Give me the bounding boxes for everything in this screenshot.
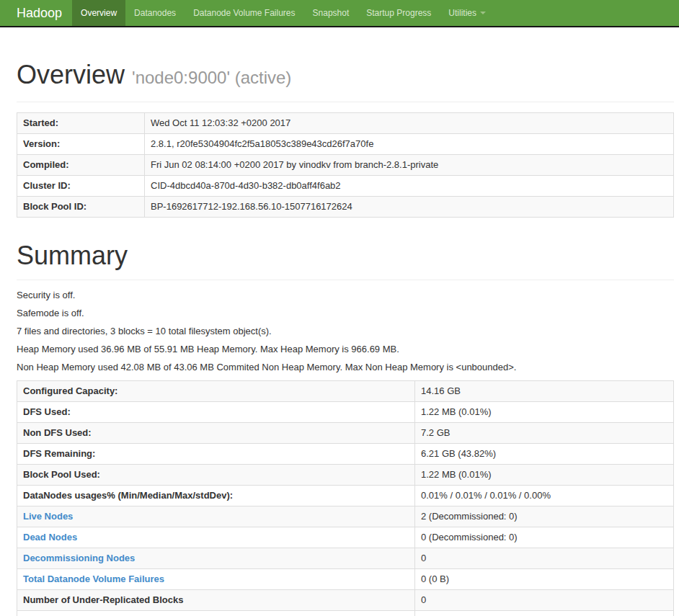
table-row: Compiled: Fri Jun 02 08:14:00 +0200 2017… <box>17 155 674 176</box>
live-nodes-link[interactable]: Live Nodes <box>23 511 73 522</box>
summary-title: Summary <box>17 241 674 270</box>
summary-non-heap-memory: Non Heap Memory used 42.08 MB of 43.06 M… <box>17 362 674 372</box>
table-row: Block Pool ID: BP-1692617712-192.168.56.… <box>17 197 674 218</box>
table-row: Non DFS Used: 7.2 GB <box>17 423 674 444</box>
summary-safemode-status: Safemode is off. <box>17 308 674 318</box>
navbar-brand[interactable]: Hadoop <box>17 0 62 26</box>
row-label: Started: <box>17 113 145 134</box>
page-title-text: Overview <box>17 60 125 89</box>
row-label: DFS Used: <box>17 402 415 423</box>
row-value: 7.2 GB <box>415 423 674 444</box>
summary-heap-memory: Heap Memory used 36.96 MB of 55.91 MB He… <box>17 344 674 354</box>
row-label: Dead Nodes <box>17 527 415 548</box>
summary-security-status: Security is off. <box>17 290 674 300</box>
nav-item-startup-progress: Startup Progress <box>358 0 440 26</box>
row-value: 0.01% / 0.01% / 0.01% / 0.00% <box>415 486 674 506</box>
row-value: 14.16 GB <box>415 381 674 402</box>
row-label: Configured Capacity: <box>17 381 415 402</box>
row-label: Cluster ID: <box>17 176 145 197</box>
nav-link-utilities-dropdown[interactable]: Utilities <box>440 0 494 26</box>
nav-link-overview[interactable]: Overview <box>72 0 125 26</box>
row-label: Compiled: <box>17 155 145 176</box>
row-label: Number of Under-Replicated Blocks <box>17 590 415 611</box>
dead-nodes-link[interactable]: Dead Nodes <box>23 532 77 543</box>
table-row: Number of Under-Replicated Blocks 0 <box>17 590 674 611</box>
row-label: Non DFS Used: <box>17 423 415 444</box>
page-title-subtitle: 'node0:9000' (active) <box>132 68 291 87</box>
row-value: 0 <box>415 548 674 569</box>
row-value: 1.22 MB (0.01%) <box>415 402 674 423</box>
row-label: DataNodes usages% (Min/Median/Max/stdDev… <box>17 486 415 506</box>
row-value: 2 (Decommissioned: 0) <box>415 506 674 527</box>
nav-link-startup-progress[interactable]: Startup Progress <box>358 0 440 26</box>
main-content: Overview 'node0:9000' (active) Started: … <box>17 61 674 616</box>
table-row: Version: 2.8.1, r20fe5304904fc2f5a18053c… <box>17 134 674 155</box>
row-label: Version: <box>17 134 145 155</box>
summary-table: Configured Capacity: 14.16 GB DFS Used: … <box>17 380 674 616</box>
nav-link-utilities-label: Utilities <box>448 8 476 18</box>
row-value: BP-1692617712-192.168.56.10-150771617262… <box>145 197 674 218</box>
nav-item-datanodes: Datanodes <box>125 0 185 26</box>
row-value: 0 <box>415 611 674 616</box>
table-row: Number of Blocks Pending Deletion 0 <box>17 611 674 616</box>
summary-filesystem-objects: 7 files and directories, 3 blocks = 10 t… <box>17 326 674 336</box>
row-label: Number of Blocks Pending Deletion <box>17 611 415 616</box>
row-value: 0 (Decommissioned: 0) <box>415 527 674 548</box>
nav-link-datanodes[interactable]: Datanodes <box>125 0 185 26</box>
row-label: Block Pool ID: <box>17 197 145 218</box>
table-row: DFS Remaining: 6.21 GB (43.82%) <box>17 444 674 465</box>
table-row: Configured Capacity: 14.16 GB <box>17 381 674 402</box>
navbar: Hadoop Overview Datanodes Datanode Volum… <box>0 0 679 27</box>
row-value: 1.22 MB (0.01%) <box>415 465 674 486</box>
row-label: Block Pool Used: <box>17 465 415 486</box>
nav-item-overview: Overview <box>72 0 125 26</box>
nav-item-datanode-volume-failures: Datanode Volume Failures <box>185 0 303 26</box>
row-value: 2.8.1, r20fe5304904fc2f5a18053c389e43cd2… <box>145 134 674 155</box>
table-row: Total Datanode Volume Failures 0 (0 B) <box>17 569 674 590</box>
chevron-down-icon <box>480 12 486 14</box>
row-value: 6.21 GB (43.82%) <box>415 444 674 465</box>
row-value: 0 <box>415 590 674 611</box>
overview-table: Started: Wed Oct 11 12:03:32 +0200 2017 … <box>17 112 674 218</box>
row-value: Fri Jun 02 08:14:00 +0200 2017 by vinodk… <box>145 155 674 176</box>
row-label: DFS Remaining: <box>17 444 415 465</box>
overview-header: Overview 'node0:9000' (active) <box>17 61 674 102</box>
nav-link-snapshot[interactable]: Snapshot <box>304 0 358 26</box>
table-row: Decommissioning Nodes 0 <box>17 548 674 569</box>
row-value: Wed Oct 11 12:03:32 +0200 2017 <box>145 113 674 134</box>
table-row: Block Pool Used: 1.22 MB (0.01%) <box>17 465 674 486</box>
row-value: CID-4dbcd40a-870d-4d30-b382-db0aff4f6ab2 <box>145 176 674 197</box>
row-value: 0 (0 B) <box>415 569 674 590</box>
table-row: Live Nodes 2 (Decommissioned: 0) <box>17 506 674 527</box>
table-row: DFS Used: 1.22 MB (0.01%) <box>17 402 674 423</box>
table-row: DataNodes usages% (Min/Median/Max/stdDev… <box>17 486 674 506</box>
row-label: Total Datanode Volume Failures <box>17 569 415 590</box>
navbar-menu: Overview Datanodes Datanode Volume Failu… <box>72 0 494 26</box>
summary-header: Summary <box>17 241 674 280</box>
page-title: Overview 'node0:9000' (active) <box>17 61 674 92</box>
nav-item-utilities: Utilities <box>440 0 494 26</box>
nav-link-datanode-volume-failures[interactable]: Datanode Volume Failures <box>185 0 303 26</box>
table-row: Cluster ID: CID-4dbcd40a-870d-4d30-b382-… <box>17 176 674 197</box>
nav-item-snapshot: Snapshot <box>304 0 358 26</box>
decommissioning-nodes-link[interactable]: Decommissioning Nodes <box>23 553 135 563</box>
table-row: Started: Wed Oct 11 12:03:32 +0200 2017 <box>17 113 674 134</box>
table-row: Dead Nodes 0 (Decommissioned: 0) <box>17 527 674 548</box>
row-label: Decommissioning Nodes <box>17 548 415 569</box>
total-datanode-volume-failures-link[interactable]: Total Datanode Volume Failures <box>23 573 164 584</box>
row-label: Live Nodes <box>17 506 415 527</box>
